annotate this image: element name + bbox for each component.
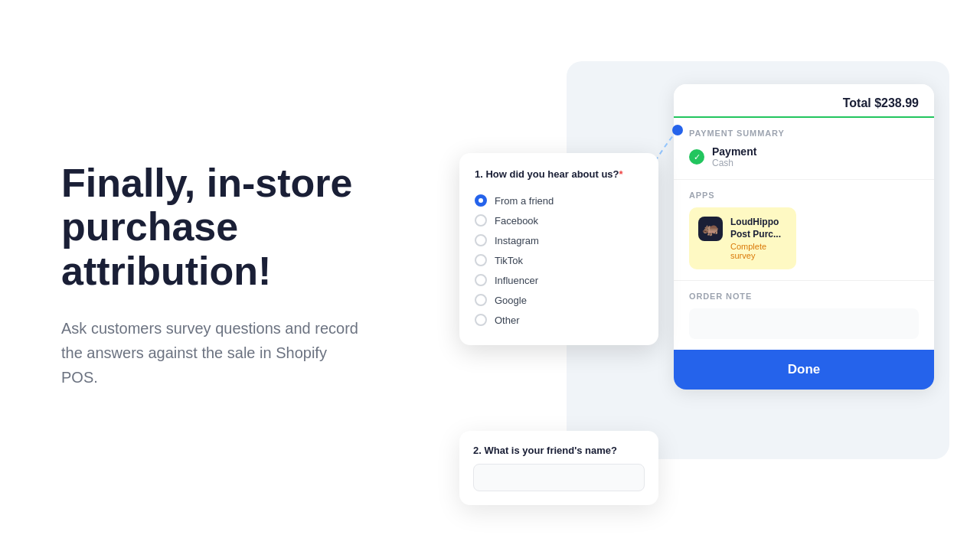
survey-option-tiktok[interactable]: TikTok xyxy=(475,250,643,270)
svg-point-0 xyxy=(672,125,683,135)
survey-card-q2: 2. What is your friend's name? xyxy=(459,431,658,505)
apps-section: APPS 🦛 LoudHippo Post Purc... Complete s… xyxy=(674,180,934,281)
payment-row: Payment Cash xyxy=(689,145,919,168)
option-label-influencer: Influencer xyxy=(495,275,538,286)
radio-influencer xyxy=(475,274,487,286)
survey-text-input[interactable] xyxy=(473,464,645,491)
option-label-facebook: Facebook xyxy=(495,215,538,227)
radio-facebook xyxy=(475,214,487,227)
app-icon: 🦛 xyxy=(698,217,723,241)
survey-q1-label: 1. How did you hear about us?* xyxy=(475,168,643,180)
option-label-tiktok: TikTok xyxy=(495,255,523,266)
survey-option-instagram[interactable]: Instagram xyxy=(475,230,643,250)
required-star: * xyxy=(619,168,623,180)
order-note-area xyxy=(689,308,919,339)
payment-label: Payment xyxy=(712,145,756,158)
payment-method: Cash xyxy=(712,158,756,168)
survey-card-q1: 1. How did you hear about us?* From a fr… xyxy=(459,153,658,345)
payment-section: PAYMENT SUMMARY Payment Cash xyxy=(674,118,934,180)
app-card[interactable]: 🦛 LoudHippo Post Purc... Complete survey xyxy=(689,207,796,269)
right-panel: Total $238.99 PAYMENT SUMMARY Payment Ca… xyxy=(413,0,980,551)
radio-tiktok xyxy=(475,254,487,266)
option-label-other: Other xyxy=(495,315,520,326)
payment-info: Payment Cash xyxy=(712,145,756,168)
survey-option-influencer[interactable]: Influencer xyxy=(475,270,643,290)
left-panel: Finally, in-store purchase attribution! … xyxy=(0,116,413,435)
headline: Finally, in-store purchase attribution! xyxy=(61,161,368,293)
app-action: Complete survey xyxy=(730,242,787,260)
survey-option-other[interactable]: Other xyxy=(475,310,643,330)
order-note-section: ORDER NOTE xyxy=(674,281,934,350)
order-note-title: ORDER NOTE xyxy=(689,292,919,301)
app-details: LoudHippo Post Purc... Complete survey xyxy=(730,217,787,260)
receipt-card: Total $238.99 PAYMENT SUMMARY Payment Ca… xyxy=(674,84,934,390)
option-label-instagram: Instagram xyxy=(495,235,539,246)
option-label-from-a-friend: From a friend xyxy=(495,195,554,207)
survey-option-facebook[interactable]: Facebook xyxy=(475,210,643,230)
done-button[interactable]: Done xyxy=(674,350,934,390)
radio-other xyxy=(475,314,487,326)
survey-option-google[interactable]: Google xyxy=(475,290,643,310)
radio-instagram xyxy=(475,234,487,246)
app-name: LoudHippo Post Purc... xyxy=(730,217,787,240)
receipt-total: Total $238.99 xyxy=(843,96,919,109)
payment-section-title: PAYMENT SUMMARY xyxy=(689,129,919,138)
radio-from-a-friend xyxy=(475,194,487,207)
survey-option-from-a-friend[interactable]: From a friend xyxy=(475,191,643,210)
option-label-google: Google xyxy=(495,295,527,306)
radio-google xyxy=(475,294,487,306)
apps-section-title: APPS xyxy=(689,191,919,200)
subtext: Ask customers survey questions and recor… xyxy=(61,316,368,390)
survey-q2-label: 2. What is your friend's name? xyxy=(473,445,645,456)
receipt-total-bar: Total $238.99 xyxy=(674,84,934,118)
